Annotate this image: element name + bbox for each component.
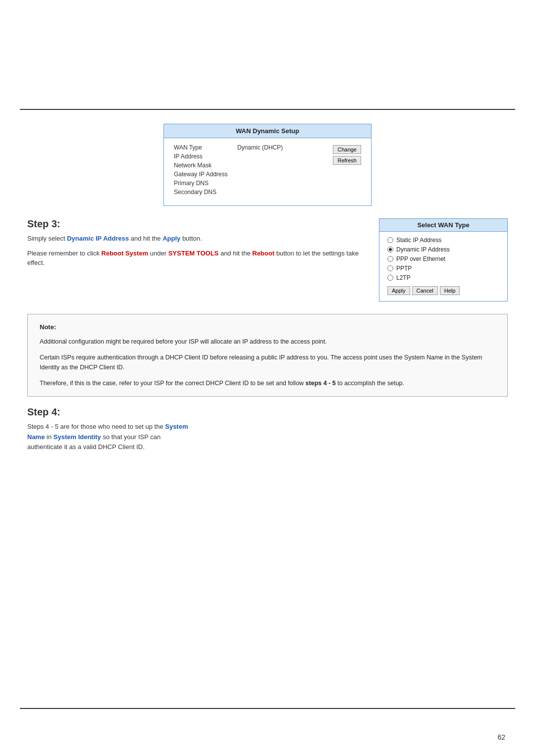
wan-fields: WAN Type Dynamic (DHCP) IP Address Netwo… — [174, 144, 323, 198]
radio-static[interactable] — [387, 237, 393, 243]
system-name-text: System Name — [27, 423, 188, 441]
dynamic-ip-label: Dynamic IP Address — [396, 246, 450, 253]
static-ip-label: Static IP Address — [396, 237, 441, 244]
system-identity-text: System Identity — [54, 433, 101, 441]
wan-field-mask: Network Mask — [174, 162, 323, 169]
wan-field-primary-dns: Primary DNS — [174, 180, 323, 187]
wan-panel-title: WAN Dynamic Setup — [164, 124, 371, 138]
note-para2: Certain ISPs require authentication thro… — [40, 353, 495, 372]
primary-dns-label: Primary DNS — [174, 180, 233, 187]
radio-dynamic[interactable] — [387, 247, 393, 252]
page-number: 62 — [497, 733, 505, 741]
radio-pptp[interactable] — [387, 265, 393, 271]
l2tp-label: L2TP — [396, 274, 411, 281]
wan-field-ip: IP Address — [174, 153, 323, 160]
step4-heading: Step 4: — [27, 406, 508, 418]
reboot-text: Reboot — [252, 250, 274, 257]
note-para1: Additional configuration might be requir… — [40, 337, 495, 347]
wan-type-option-1[interactable]: Dynamic IP Address — [387, 246, 499, 253]
wan-type-label: WAN Type — [174, 144, 233, 151]
step3-heading: Step 3: — [27, 218, 364, 230]
wan-type-buttons: Apply Cancel Help — [387, 286, 499, 295]
step3-para2: Please remember to click Reboot System u… — [27, 249, 364, 268]
step4-text: Steps 4 - 5 are for those who need to se… — [27, 422, 196, 453]
note-title: Note: — [40, 322, 495, 333]
pptp-label: PPTP — [396, 265, 412, 272]
wan-type-option-4[interactable]: L2TP — [387, 274, 499, 281]
dynamic-ip-text: Dynamic IP Address — [67, 235, 129, 242]
wt-apply-button[interactable]: Apply — [387, 286, 410, 295]
wan-field-secondary-dns: Secondary DNS — [174, 189, 323, 196]
wt-cancel-button[interactable]: Cancel — [412, 286, 438, 295]
wan-type-option-3[interactable]: PPTP — [387, 265, 499, 272]
secondary-dns-label: Secondary DNS — [174, 189, 233, 196]
wan-type-option-2[interactable]: PPP over Ethernet — [387, 255, 499, 262]
wan-type-panel: Select WAN Type Static IP Address Dynami… — [379, 218, 508, 302]
ip-label: IP Address — [174, 153, 233, 160]
note-para3: Therefore, if this is the case, refer to… — [40, 378, 495, 388]
gateway-label: Gateway IP Address — [174, 171, 233, 178]
wan-buttons: Change Refresh — [333, 144, 361, 198]
step3-para1: Simply select Dynamic IP Address and hit… — [27, 234, 364, 244]
change-button[interactable]: Change — [333, 145, 361, 154]
pppoe-label: PPP over Ethernet — [396, 255, 445, 262]
content-area: WAN Dynamic Setup WAN Type Dynamic (DHCP… — [27, 114, 508, 716]
radio-pppoe[interactable] — [387, 256, 393, 262]
steps-bold: steps 4 - 5 — [306, 380, 336, 387]
apply-text: Apply — [162, 235, 180, 242]
mask-label: Network Mask — [174, 162, 233, 169]
wan-panel-inner: WAN Type Dynamic (DHCP) IP Address Netwo… — [164, 138, 371, 205]
wt-help-button[interactable]: Help — [440, 286, 460, 295]
wan-type-title: Select WAN Type — [379, 219, 507, 232]
wan-type-option-0[interactable]: Static IP Address — [387, 237, 499, 244]
wan-field-wan-type: WAN Type Dynamic (DHCP) — [174, 144, 323, 151]
step3-area: Step 3: Simply select Dynamic IP Address… — [27, 218, 508, 302]
page: WAN Dynamic Setup WAN Type Dynamic (DHCP… — [0, 0, 535, 756]
wan-field-gateway: Gateway IP Address — [174, 171, 323, 178]
wan-type-inner: Static IP Address Dynamic IP Address PPP… — [379, 232, 507, 301]
system-tools-text: SYSTEM TOOLS — [168, 250, 219, 257]
reboot-system-text: Reboot System — [102, 250, 149, 257]
step3-left: Step 3: Simply select Dynamic IP Address… — [27, 218, 364, 302]
top-rule — [20, 109, 515, 110]
note-box: Note: Additional configuration might be … — [27, 314, 508, 397]
step4-area: Step 4: Steps 4 - 5 are for those who ne… — [27, 406, 508, 453]
radio-l2tp[interactable] — [387, 275, 393, 281]
refresh-button[interactable]: Refresh — [333, 156, 361, 165]
step3-right: Select WAN Type Static IP Address Dynami… — [379, 218, 508, 302]
wan-dynamic-setup-panel: WAN Dynamic Setup WAN Type Dynamic (DHCP… — [163, 124, 372, 206]
wan-type-value: Dynamic (DHCP) — [237, 144, 283, 151]
